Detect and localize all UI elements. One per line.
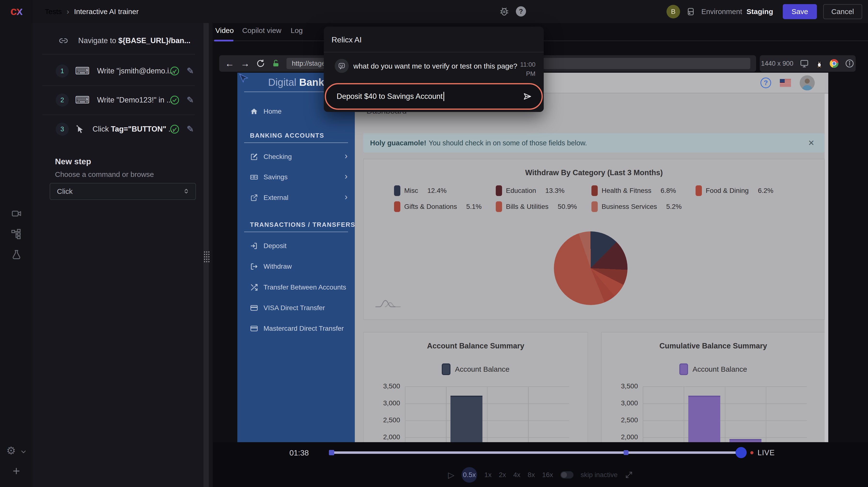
- video-camera-icon[interactable]: [11, 208, 22, 219]
- bank-sidebar: Digital Bank Home BANKING ACCOUNTS Check…: [237, 73, 355, 442]
- monitor-icon[interactable]: [800, 59, 809, 68]
- bug-report-icon[interactable]: [499, 6, 509, 17]
- account-balance-card: Account Balance Summary Account Balance …: [363, 332, 588, 442]
- help-icon[interactable]: ?: [516, 6, 526, 17]
- environment-value[interactable]: Staging: [746, 7, 773, 16]
- alert-banner: Holy guacamole! You should check in on s…: [363, 133, 825, 153]
- playhead-knob[interactable]: [736, 447, 747, 458]
- legend-item: Education13.3%: [496, 185, 564, 196]
- alert-text: You should check in on some of those fie…: [429, 139, 587, 147]
- bank-nav-deposit[interactable]: Deposit: [237, 236, 355, 256]
- sitemap-icon[interactable]: [11, 229, 22, 240]
- settings-gear-icon[interactable]: ⚙: [6, 445, 16, 456]
- bank-user-avatar[interactable]: [800, 75, 815, 90]
- check-circle-icon: [169, 124, 180, 134]
- edit-pencil-icon[interactable]: ✎: [187, 67, 194, 75]
- banknote-icon: [250, 173, 258, 181]
- divider: [324, 52, 544, 52]
- bank-nav-savings[interactable]: Savings ›: [237, 167, 355, 187]
- viewport-controls: 1440 x 900: [760, 55, 856, 72]
- legend-item: Food & Dining6.2%: [695, 185, 773, 196]
- click-cursor-icon: [75, 124, 85, 134]
- legend-item: Gifts & Donations5.1%: [394, 201, 482, 212]
- relicx-ai-dialog: Relicx AI what do you want me to verify …: [324, 27, 544, 112]
- send-icon[interactable]: [523, 92, 532, 101]
- forward-icon[interactable]: →: [241, 59, 250, 68]
- keyboard-icon: ⌨: [75, 66, 90, 76]
- unlock-icon[interactable]: [272, 59, 280, 68]
- chevron-down-icon[interactable]: [20, 448, 27, 456]
- step-number: 1: [56, 64, 69, 78]
- tab-log[interactable]: Log: [290, 26, 303, 35]
- bank-nav-visa-transfer[interactable]: VISA Direct Transfer: [237, 298, 355, 318]
- skip-inactive-toggle[interactable]: [560, 471, 574, 479]
- credit-card-icon: [250, 325, 258, 333]
- progress-track[interactable]: [331, 451, 742, 454]
- save-button[interactable]: Save: [783, 4, 817, 19]
- command-select[interactable]: Click: [50, 183, 196, 200]
- user-avatar[interactable]: B: [666, 5, 680, 19]
- y-tick: 2,000: [364, 433, 400, 441]
- info-icon[interactable]: [845, 59, 855, 68]
- speed-16x[interactable]: 16x: [542, 471, 553, 479]
- back-icon[interactable]: ←: [225, 59, 234, 68]
- bank-nav-mastercard-transfer[interactable]: Mastercard Direct Transfer: [237, 318, 355, 339]
- speed-4x[interactable]: 4x: [513, 471, 521, 479]
- step-number: 2: [56, 93, 69, 106]
- navigate-step[interactable]: Navigate to ${BASE_URL}/ban...: [33, 27, 205, 54]
- credit-card-icon: [250, 304, 258, 312]
- y-tick: 3,000: [364, 399, 400, 407]
- bar-plot: [405, 387, 569, 442]
- environment-icon: [686, 7, 695, 16]
- assistant-input[interactable]: Deposit $40 to Savings Account: [325, 83, 543, 110]
- alert-close-icon[interactable]: ✕: [808, 138, 814, 148]
- step-label: Write "jsmith@demo.i...: [97, 67, 175, 75]
- bar-plot: [643, 387, 807, 442]
- play-icon[interactable]: ▷: [448, 471, 454, 479]
- legend-item: Bills & Utilities50.9%: [496, 201, 577, 212]
- speed-2x[interactable]: 2x: [499, 471, 506, 479]
- bank-nav-external[interactable]: External ›: [237, 187, 355, 208]
- y-tick: 2,000: [601, 433, 638, 441]
- bank-help-icon[interactable]: ?: [761, 78, 771, 88]
- tab-copilot-view[interactable]: Copilot view: [242, 26, 281, 35]
- bar-chart-legend: Account Balance: [601, 363, 825, 375]
- bank-nav-transfer[interactable]: Transfer Between Accounts: [237, 277, 355, 298]
- bank-nav-withdraw[interactable]: Withdraw: [237, 256, 355, 277]
- progress-marker[interactable]: [624, 450, 628, 455]
- playback-controls: ▷ 0.5x 1x 2x 4x 8x 16x skip inactive: [213, 466, 868, 483]
- edit-pencil-icon[interactable]: ✎: [187, 125, 194, 133]
- breadcrumb: Tests › Interactive AI trainer: [45, 0, 138, 23]
- bank-scrollbar[interactable]: [825, 94, 828, 442]
- fullscreen-icon[interactable]: [625, 471, 633, 479]
- step-row-2[interactable]: 2 ⌨ Write "Demo123!" in ... ✎: [33, 88, 205, 112]
- step-row-1[interactable]: 1 ⌨ Write "jsmith@demo.i... ✎: [33, 59, 205, 83]
- progress-start-handle[interactable]: [329, 450, 334, 455]
- speed-0-5x[interactable]: 0.5x: [462, 467, 477, 483]
- playback-time: 01:38: [289, 449, 309, 457]
- speed-1x[interactable]: 1x: [485, 471, 492, 479]
- relicx-logo[interactable]: cx: [0, 4, 33, 18]
- shuffle-icon: [250, 283, 258, 292]
- chevron-right-icon: ›: [345, 193, 347, 201]
- y-tick: 2,500: [364, 416, 400, 424]
- player-control-bar: 01:38 LIVE ▷ 0.5x 1x 2x 4x 8x 16x skip i…: [213, 442, 868, 487]
- flask-icon[interactable]: [11, 249, 22, 260]
- legend-item: Misc12.4%: [394, 185, 446, 196]
- refresh-icon[interactable]: [256, 59, 265, 68]
- cancel-button[interactable]: Cancel: [823, 4, 862, 19]
- add-icon[interactable]: +: [0, 465, 33, 477]
- speed-8x[interactable]: 8x: [528, 471, 535, 479]
- us-flag-icon[interactable]: [780, 79, 791, 87]
- divider: [42, 86, 195, 86]
- step-row-3[interactable]: 3 Click Tag="BUTTON" ... ✎: [33, 117, 205, 141]
- tab-video[interactable]: Video: [215, 26, 234, 35]
- bank-section-accounts: BANKING ACCOUNTS: [250, 132, 324, 139]
- breadcrumb-tests[interactable]: Tests: [45, 7, 62, 16]
- assistant-input-value: Deposit $40 to Savings Account: [337, 92, 443, 101]
- sparkline-icon: [374, 298, 406, 308]
- live-label: LIVE: [757, 449, 775, 457]
- edit-pencil-icon[interactable]: ✎: [187, 96, 194, 104]
- chevron-right-icon: ›: [345, 152, 347, 160]
- bank-nav-checking[interactable]: Checking ›: [237, 147, 355, 167]
